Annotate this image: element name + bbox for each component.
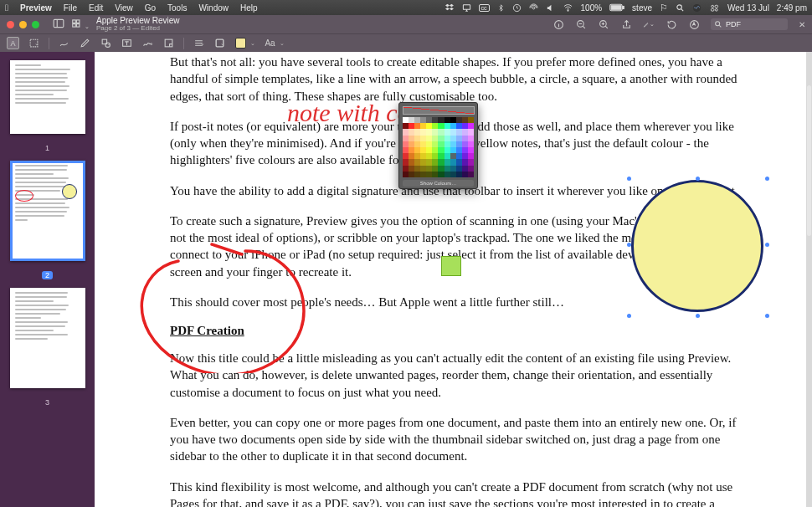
color-swatch[interactable]	[420, 172, 426, 177]
color-swatch[interactable]	[409, 159, 414, 165]
color-swatch[interactable]	[426, 117, 432, 123]
color-swatch[interactable]	[432, 123, 438, 129]
color-swatch[interactable]	[409, 147, 414, 153]
color-swatch[interactable]	[403, 147, 409, 153]
color-swatch[interactable]	[456, 153, 462, 159]
color-swatch[interactable]	[438, 147, 444, 153]
color-swatch[interactable]	[409, 136, 414, 141]
input-flag-icon[interactable]: ⚐	[660, 3, 668, 13]
menu-tools[interactable]: Tools	[167, 3, 187, 13]
note-tool[interactable]	[162, 37, 175, 49]
markup-toggle-icon[interactable]	[688, 18, 700, 30]
color-swatch[interactable]	[468, 129, 474, 135]
color-swatch[interactable]	[438, 172, 444, 177]
menu-go[interactable]: Go	[145, 3, 156, 13]
color-swatch[interactable]	[456, 123, 462, 129]
color-swatch[interactable]	[409, 172, 414, 177]
color-swatch[interactable]	[462, 153, 468, 159]
selection-handle[interactable]	[765, 243, 769, 247]
color-swatch[interactable]	[414, 153, 420, 159]
vertical-scrollbar[interactable]	[806, 52, 812, 507]
selection-handle[interactable]	[696, 314, 700, 318]
menu-help[interactable]: Help	[240, 3, 258, 13]
color-swatch[interactable]	[420, 153, 426, 159]
color-swatch[interactable]	[445, 147, 450, 153]
window-close-button[interactable]	[7, 21, 14, 28]
color-swatch[interactable]	[414, 123, 420, 129]
siri-icon[interactable]	[692, 3, 702, 13]
color-swatch[interactable]	[414, 147, 420, 153]
sidebar-toggle-icon[interactable]	[53, 18, 64, 30]
color-swatch[interactable]	[438, 123, 444, 129]
color-swatch[interactable]	[426, 153, 432, 159]
color-swatch[interactable]	[445, 159, 450, 165]
color-swatch[interactable]	[403, 123, 409, 129]
color-swatch[interactable]	[456, 117, 462, 123]
color-swatch[interactable]	[462, 123, 468, 129]
color-swatch[interactable]	[409, 166, 414, 172]
thumbnail-sidebar[interactable]: 1 2 3	[0, 52, 95, 507]
color-swatch[interactable]	[403, 159, 409, 165]
color-swatch[interactable]	[409, 129, 414, 135]
color-swatch[interactable]	[432, 147, 438, 153]
draw-tool[interactable]	[79, 37, 91, 49]
color-swatch[interactable]	[450, 136, 456, 141]
color-swatch[interactable]	[468, 159, 474, 165]
color-swatch[interactable]	[420, 141, 426, 147]
color-swatch[interactable]	[450, 129, 456, 135]
selection-handle[interactable]	[696, 177, 700, 181]
toolbar-search[interactable]	[711, 18, 788, 30]
color-swatch[interactable]	[456, 166, 462, 172]
spotlight-icon[interactable]	[676, 3, 685, 13]
color-swatch[interactable]	[438, 117, 444, 123]
window-minimize-button[interactable]	[19, 21, 27, 28]
menubar-time[interactable]: 2:49 pm	[777, 3, 807, 13]
line-style-tool[interactable]: ⌄	[193, 37, 205, 49]
color-swatch[interactable]	[445, 141, 450, 147]
color-swatch[interactable]	[445, 166, 450, 172]
thumbnail-page-1[interactable]	[10, 60, 85, 134]
color-swatch[interactable]	[432, 166, 438, 172]
color-swatch[interactable]	[456, 159, 462, 165]
color-swatch[interactable]	[456, 172, 462, 177]
color-swatch[interactable]	[414, 159, 420, 165]
color-swatch[interactable]	[403, 141, 409, 147]
color-swatch[interactable]	[403, 117, 409, 123]
color-swatch[interactable]	[438, 153, 444, 159]
zoom-in-icon[interactable]	[598, 18, 609, 30]
sketch-tool[interactable]	[58, 37, 70, 49]
color-swatch[interactable]	[432, 159, 438, 165]
shape-red-oval[interactable]	[128, 236, 314, 373]
color-swatch[interactable]	[414, 166, 420, 172]
zoom-out-icon[interactable]	[575, 18, 587, 30]
color-swatch[interactable]	[409, 153, 414, 159]
stroke-color-tool[interactable]: ⌄	[213, 37, 226, 49]
selection-handle[interactable]	[627, 243, 631, 247]
text-select-tool[interactable]: A	[7, 37, 19, 49]
color-swatch[interactable]	[450, 166, 456, 172]
sign-tool[interactable]: ⌄	[141, 37, 154, 49]
color-swatch[interactable]	[445, 129, 450, 135]
color-swatch[interactable]	[426, 123, 432, 129]
color-swatch[interactable]	[456, 141, 462, 147]
color-swatch[interactable]	[456, 147, 462, 153]
color-swatch[interactable]	[468, 147, 474, 153]
color-swatch[interactable]	[420, 123, 426, 129]
highlight-icon[interactable]: ⌄	[643, 18, 655, 30]
color-swatch[interactable]	[450, 172, 456, 177]
color-swatch[interactable]	[468, 123, 474, 129]
scrollbar-thumb[interactable]	[807, 85, 811, 236]
no-fill-option[interactable]	[403, 106, 475, 115]
window-zoom-button[interactable]	[32, 21, 39, 28]
color-swatch[interactable]	[426, 141, 432, 147]
selection-handle[interactable]	[765, 314, 769, 318]
color-swatch[interactable]	[403, 129, 409, 135]
text-tool[interactable]	[121, 37, 133, 49]
apple-menu[interactable]: 	[5, 3, 8, 13]
color-swatch[interactable]	[403, 172, 409, 177]
color-swatch[interactable]	[403, 153, 409, 159]
timemachine-icon[interactable]	[512, 3, 522, 13]
color-swatch[interactable]	[426, 159, 432, 165]
color-swatch[interactable]	[432, 172, 438, 177]
color-swatch[interactable]	[403, 166, 409, 172]
